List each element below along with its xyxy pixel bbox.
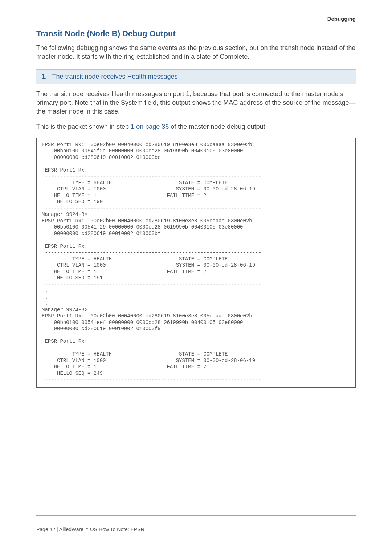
console-output: EPSR Port1 Rx: 00e02b00 00040000 cd28061… (36, 138, 356, 388)
step-heading: 1. The transit node receives Health mess… (36, 69, 356, 84)
section-title: Transit Node (Node B) Debug Output (36, 29, 356, 38)
header-section: Debugging (327, 16, 356, 22)
intro-paragraph: The following debugging shows the same e… (36, 44, 356, 61)
step-number: 1. (41, 73, 47, 80)
page-footer: Page 42 | AlliedWare™ OS How To Note: EP… (36, 515, 356, 532)
para2-post: of the master node debug output. (169, 123, 267, 130)
paragraph-1: The transit node receives Health message… (36, 90, 356, 116)
paragraph-2: This is the packet shown in step 1 on pa… (36, 122, 356, 131)
footer-text: Page 42 | AlliedWare™ OS How To Note: EP… (36, 526, 356, 532)
para2-pre: This is the packet shown in step (36, 123, 131, 130)
step-label: The transit node receives Health message… (52, 73, 177, 80)
cross-ref-link[interactable]: 1 on page 36 (131, 123, 169, 130)
